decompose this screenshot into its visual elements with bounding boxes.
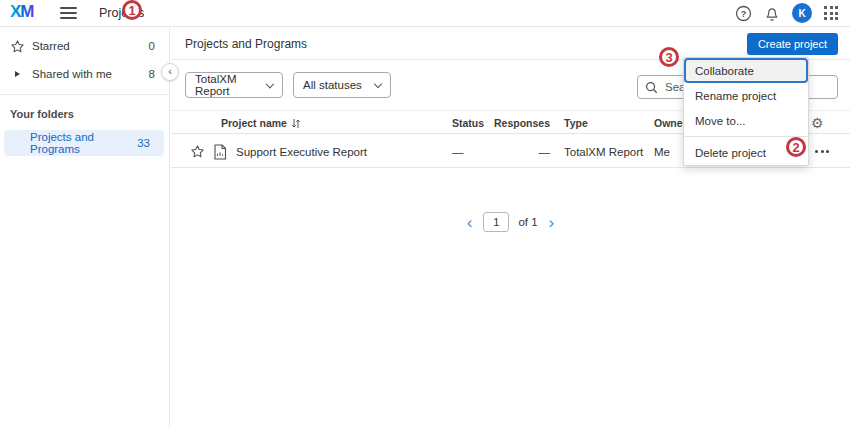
ellipsis-icon [815,150,818,153]
project-status: — [452,135,464,168]
sidebar-item-label: Starred [32,40,70,52]
sidebar-section-header: Your folders [0,95,169,120]
sidebar-item-count: 8 [149,68,155,80]
project-owner: Me [654,135,670,168]
sidebar: Starred 0 Shared with me 8 Your folders … [0,28,170,427]
annotation-step-3: 3 [659,47,679,67]
pagination-total-label: of 1 [518,216,537,228]
column-header-responses[interactable]: Responses [471,111,550,135]
account-avatar[interactable]: K [792,3,812,23]
status-filter-value: All statuses [303,79,362,91]
help-icon: ? [735,5,752,22]
row-actions-button[interactable] [813,146,831,157]
sort-icon [291,118,301,129]
xm-logo-text: XM [10,2,34,20]
chevron-down-icon [374,79,382,87]
topbar-actions: ? K [735,3,838,23]
star-icon [10,39,25,54]
help-button[interactable]: ? [735,5,752,22]
status-filter[interactable]: All statuses [293,72,391,98]
annotation-step-1: 1 [122,0,142,20]
pagination: ‹ of 1 › [171,212,850,232]
create-project-button[interactable]: Create project [747,33,838,55]
project-type: TotalXM Report [564,135,643,168]
project-name-link[interactable]: Support Executive Report [236,135,367,168]
avatar: K [792,3,812,23]
bell-icon [764,5,780,22]
project-responses: — [471,135,550,168]
folder-count: 33 [137,137,150,149]
sidebar-item-starred[interactable]: Starred 0 [0,32,169,60]
sidebar-item-shared-with-me[interactable]: Shared with me 8 [0,60,169,88]
project-type-filter[interactable]: TotalXM Report [185,72,283,98]
apps-menu-button[interactable] [824,6,838,20]
pagination-page-input[interactable] [483,212,509,232]
project-type-filter-value: TotalXM Report [195,73,267,97]
context-menu-item-move-to[interactable]: Move to... [684,108,808,133]
table-settings-button[interactable]: ⚙ [811,116,824,130]
annotation-step-2: 2 [786,137,806,157]
sidebar-collapse-button[interactable]: ‹ [161,63,179,81]
context-menu-item-collaborate[interactable]: Collaborate [684,58,808,83]
chevron-right-icon [10,71,25,77]
menu-divider [684,136,808,137]
waffle-icon [824,6,838,20]
chevron-down-icon [266,79,274,87]
context-menu-item-rename-project[interactable]: Rename project [684,83,808,108]
nav-menu-button[interactable] [58,5,79,21]
pagination-prev-button[interactable]: ‹ [465,214,475,231]
column-header-owner[interactable]: Owner [654,111,687,135]
gear-icon: ⚙ [811,115,824,131]
star-icon [190,144,205,159]
search-icon [645,81,658,94]
svg-text:?: ? [741,9,747,19]
folder-heading: Projects and Programs [185,37,307,51]
notifications-button[interactable] [764,5,780,22]
column-header-project-name[interactable]: Project name [221,111,301,135]
row-star-toggle[interactable] [190,144,205,159]
folder-label: Projects and Programs [30,131,137,155]
sidebar-item-count: 0 [149,40,155,52]
xm-logo: XM [10,2,42,24]
sidebar-item-projects-and-programs[interactable]: Projects and Programs 33 [4,130,164,156]
chevron-left-icon: ‹ [168,66,172,77]
chevron-left-icon: ‹ [467,213,473,232]
pagination-next-button[interactable]: › [547,214,557,231]
document-icon [213,135,227,168]
chevron-right-icon: › [549,213,555,232]
column-header-type[interactable]: Type [564,111,588,135]
sidebar-item-label: Shared with me [32,68,112,80]
